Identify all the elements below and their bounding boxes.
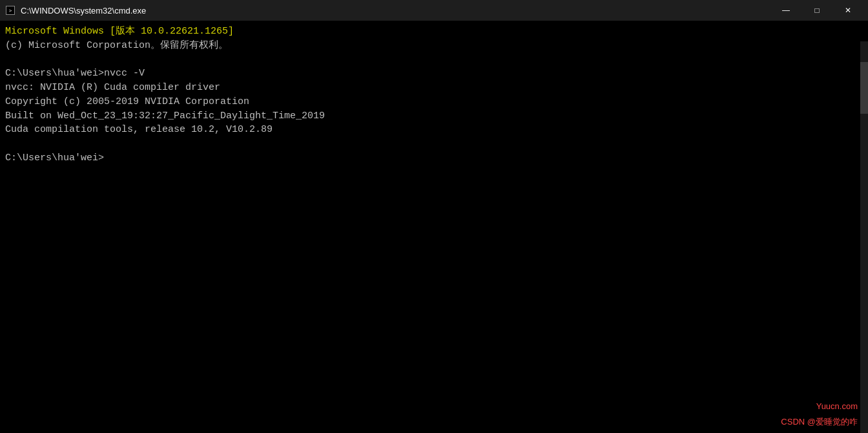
windows-version-line: Microsoft Windows [版本 10.0.22621.1265] <box>5 25 863 39</box>
blank-line-2 <box>5 137 863 151</box>
cmd-icon <box>5 5 16 16</box>
minimize-button[interactable]: — <box>771 0 801 21</box>
nvcc-output-1: nvcc: NVIDIA (R) Cuda compiler driver <box>5 81 863 95</box>
cmd-window: C:\WINDOWS\system32\cmd.exe — □ ✕ Micros… <box>0 0 868 433</box>
scrollbar-thumb[interactable] <box>860 62 868 114</box>
nvcc-output-2: Copyright (c) 2005-2019 NVIDIA Corporati… <box>5 95 863 109</box>
maximize-button[interactable]: □ <box>802 0 832 21</box>
nvcc-output-4: Cuda compilation tools, release 10.2, V1… <box>5 123 863 137</box>
scrollbar-track <box>860 41 868 433</box>
windows-rights-line: (c) Microsoft Corporation。保留所有权利。 <box>5 39 863 53</box>
title-bar-left: C:\WINDOWS\system32\cmd.exe <box>5 5 146 16</box>
title-bar-text: C:\WINDOWS\system32\cmd.exe <box>21 6 146 16</box>
blank-line-1 <box>5 53 863 67</box>
title-bar: C:\WINDOWS\system32\cmd.exe — □ ✕ <box>0 0 868 21</box>
close-button[interactable]: ✕ <box>833 0 863 21</box>
csdn-watermark: CSDN @爱睡觉的咋 <box>781 416 858 428</box>
title-bar-controls: — □ ✕ <box>771 0 863 21</box>
next-prompt-line: C:\Users\hua'wei> <box>5 151 863 165</box>
terminal-body[interactable]: Microsoft Windows [版本 10.0.22621.1265] (… <box>0 21 868 433</box>
yuucn-watermark: Yuucn.com <box>816 401 858 412</box>
nvcc-command-line: C:\Users\hua'wei>nvcc -V <box>5 67 863 81</box>
nvcc-output-3: Built on Wed_Oct_23_19:32:27_Pacific_Day… <box>5 109 863 123</box>
